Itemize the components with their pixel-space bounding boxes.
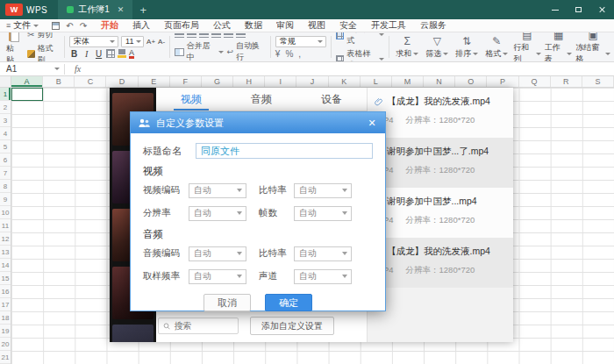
ribbon-tool-5[interactable]: ▦工作表: [543, 33, 575, 61]
col-header-M[interactable]: M: [392, 76, 424, 87]
valign-middle-icon[interactable]: [187, 32, 196, 39]
menu-item-0[interactable]: 开始: [94, 19, 125, 32]
fx-icon[interactable]: fx: [75, 64, 81, 74]
search-input[interactable]: [174, 321, 233, 331]
row-header-21[interactable]: 21: [0, 351, 11, 364]
row-header-9[interactable]: 9: [0, 193, 11, 206]
maximize-button[interactable]: [567, 0, 590, 19]
resolution-select[interactable]: 自动: [189, 206, 246, 221]
row-header-16[interactable]: 16: [0, 285, 11, 298]
row-header-7[interactable]: 7: [0, 167, 11, 180]
italic-button[interactable]: I: [82, 49, 91, 59]
number-icon-0[interactable]: ¥: [275, 49, 281, 59]
video-codec-select[interactable]: 自动: [189, 183, 246, 198]
file-row[interactable]: 【成龙】我的洗发液.mp4 MP4 分辨率：1280*720: [368, 238, 513, 288]
file-row[interactable]: 【成龙】我的洗发液.mp4 MP4 分辨率：1280*720: [368, 88, 513, 138]
ribbon-tool-3[interactable]: ✎格式: [482, 33, 511, 61]
grow-font-button[interactable]: A+: [146, 38, 155, 46]
borders-icon[interactable]: [106, 49, 115, 58]
align-left-icon[interactable]: [211, 32, 221, 39]
sample-rate-select[interactable]: 自动: [189, 269, 246, 284]
audio-codec-select[interactable]: 自动: [189, 246, 246, 261]
number-icon-2[interactable]: ,: [298, 49, 301, 59]
table-style-button[interactable]: 表格样式: [336, 48, 385, 63]
ribbon-tool-2[interactable]: ⇅排序: [452, 33, 482, 61]
file-row[interactable]: 谢明参加中国梦...了.mp4 MP4 分辨率：1280*720: [368, 138, 513, 188]
row-header-6[interactable]: 6: [0, 153, 11, 167]
menu-item-2[interactable]: 页面布局: [157, 19, 206, 32]
col-header-R[interactable]: R: [551, 76, 582, 87]
align-right-icon[interactable]: [236, 32, 246, 39]
row-header-17[interactable]: 17: [0, 298, 11, 311]
col-header-J[interactable]: J: [296, 76, 328, 87]
merge-center-button[interactable]: 合并居中: [175, 40, 224, 62]
ribbon-tool-1[interactable]: ▽筛选: [422, 33, 452, 61]
row-header-5[interactable]: 5: [0, 140, 11, 153]
cut-button[interactable]: ✂ 剪切: [27, 32, 60, 40]
col-header-L[interactable]: L: [361, 76, 392, 87]
align-center-icon[interactable]: [224, 32, 233, 39]
font-color-icon[interactable]: A: [129, 49, 134, 59]
video-thumbnail[interactable]: [112, 325, 154, 342]
col-header-F[interactable]: F: [170, 76, 202, 87]
col-header-O[interactable]: O: [455, 76, 487, 87]
col-header-B[interactable]: B: [43, 76, 75, 87]
menu-item-3[interactable]: 公式: [206, 19, 238, 32]
row-header-1[interactable]: 1: [0, 88, 11, 101]
row-header-19[interactable]: 19: [0, 325, 11, 338]
format-painter-button[interactable]: 格式刷: [27, 43, 60, 63]
wrap-text-button[interactable]: ↩ 自动换行: [226, 40, 265, 62]
col-header-N[interactable]: N: [424, 76, 455, 87]
tab-close-icon[interactable]: ✕: [118, 5, 125, 14]
ribbon-tool-0[interactable]: Σ求和: [392, 33, 422, 61]
row-header-3[interactable]: 3: [0, 114, 11, 127]
save-icon[interactable]: [52, 22, 60, 30]
cancel-button[interactable]: 取消: [203, 294, 251, 311]
converter-tab-1[interactable]: 音频: [226, 88, 296, 111]
search-box[interactable]: [158, 318, 239, 334]
select-all-corner[interactable]: [0, 76, 11, 88]
row-header-20[interactable]: 20: [0, 338, 11, 351]
shrink-font-button[interactable]: A-: [158, 38, 165, 46]
framerate-select[interactable]: 自动: [294, 206, 352, 221]
col-header-G[interactable]: G: [202, 76, 233, 87]
number-format-select[interactable]: 常规: [275, 36, 326, 47]
valign-bottom-icon[interactable]: [199, 32, 209, 39]
chevron-down-icon[interactable]: [54, 68, 60, 70]
bold-button[interactable]: B: [69, 49, 79, 59]
undo-icon[interactable]: ↶: [66, 21, 73, 31]
fill-color-icon[interactable]: [118, 49, 126, 58]
video-bitrate-select[interactable]: 自动: [294, 183, 352, 198]
conditional-format-button[interactable]: 条件格式: [336, 32, 385, 46]
document-tab[interactable]: 工作簿1 ✕: [58, 0, 132, 19]
dialog-header[interactable]: 自定义参数设置 ✕: [131, 112, 385, 133]
col-header-S[interactable]: S: [582, 76, 614, 87]
menu-item-9[interactable]: 云服务: [413, 19, 453, 32]
font-name-select[interactable]: 宋体: [69, 36, 118, 47]
menu-item-8[interactable]: 开发工具: [364, 19, 413, 32]
col-header-D[interactable]: D: [106, 76, 138, 87]
row-header-2[interactable]: 2: [0, 101, 11, 114]
menu-item-5[interactable]: 审阅: [269, 19, 301, 32]
title-name-input[interactable]: [196, 143, 373, 159]
col-header-E[interactable]: E: [139, 76, 170, 87]
number-icon-1[interactable]: %: [285, 49, 293, 59]
underline-button[interactable]: U: [94, 49, 104, 59]
menu-item-6[interactable]: 视图: [301, 19, 332, 32]
file-row[interactable]: 谢明参加中国梦...mp4 MP4 分辨率：1280*720: [368, 188, 513, 238]
audio-bitrate-select[interactable]: 自动: [294, 246, 352, 261]
file-menu[interactable]: ≡ 文件: [0, 19, 45, 32]
row-header-15[interactable]: 15: [0, 272, 11, 285]
minimize-button[interactable]: [543, 0, 567, 19]
row-header-13[interactable]: 13: [0, 246, 11, 259]
new-tab-button[interactable]: +: [139, 4, 146, 17]
formula-input[interactable]: [86, 62, 614, 75]
row-header-11[interactable]: 11: [0, 219, 11, 232]
col-header-P[interactable]: P: [487, 76, 518, 87]
close-button[interactable]: [590, 0, 614, 19]
converter-tab-0[interactable]: 视频: [156, 88, 226, 111]
converter-tab-2[interactable]: 设备: [296, 88, 367, 111]
col-header-C[interactable]: C: [75, 76, 106, 87]
font-size-select[interactable]: 11: [121, 36, 144, 47]
col-header-Q[interactable]: Q: [519, 76, 551, 87]
